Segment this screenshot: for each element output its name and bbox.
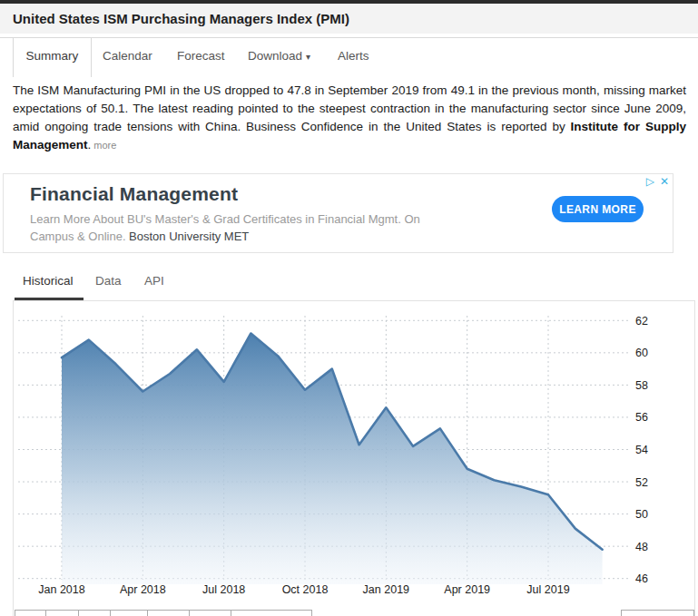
svg-text:Jan 2018: Jan 2018: [38, 583, 84, 596]
range-button-partial[interactable]: [147, 610, 190, 616]
svg-text:56: 56: [635, 411, 648, 424]
range-button-partial[interactable]: [45, 610, 79, 616]
summary-paragraph: The ISM Manufacturing PMI in the US drop…: [13, 82, 686, 154]
svg-text:52: 52: [635, 476, 648, 489]
more-link[interactable]: more: [93, 140, 116, 151]
ad-close-icon[interactable]: ✕: [660, 175, 669, 188]
page-title: United States ISM Purchasing Managers In…: [0, 4, 698, 34]
ad-banner[interactable]: ▷✕ Financial Management Learn More About…: [3, 173, 673, 253]
tab-api[interactable]: API: [144, 274, 164, 288]
page-header: United States ISM Purchasing Managers In…: [0, 4, 698, 34]
chart-tab-bar: Historical Data API: [0, 269, 698, 300]
svg-text:60: 60: [635, 347, 648, 359]
ad-controls: ▷✕: [641, 175, 669, 188]
svg-text:Jul 2018: Jul 2018: [202, 583, 245, 596]
range-button-partial[interactable]: [189, 610, 231, 616]
tab-download[interactable]: Download▾: [248, 38, 310, 77]
chart-card: 464850525456586062Jan 2018Apr 2018Jul 20…: [13, 300, 695, 616]
range-button-partial[interactable]: [15, 610, 46, 616]
learn-more-button[interactable]: LEARN MORE: [552, 196, 644, 222]
svg-text:46: 46: [635, 572, 648, 585]
svg-text:48: 48: [635, 541, 648, 553]
range-button-partial[interactable]: [231, 610, 312, 616]
tab-forecast[interactable]: Forecast: [177, 38, 225, 77]
svg-text:Apr 2019: Apr 2019: [444, 583, 490, 596]
tab-data[interactable]: Data: [95, 274, 122, 288]
tab-alerts[interactable]: Alerts: [338, 38, 369, 77]
svg-text:Apr 2018: Apr 2018: [120, 583, 166, 596]
tab-summary-label: Summary: [26, 49, 79, 63]
ad-description: Learn More About BU's Master's & Grad Ce…: [30, 210, 466, 245]
svg-text:Jan 2019: Jan 2019: [363, 583, 409, 596]
tab-historical[interactable]: Historical: [23, 274, 74, 288]
svg-text:54: 54: [635, 444, 648, 456]
range-button-partial[interactable]: [78, 610, 111, 616]
summary-period: .: [88, 138, 92, 152]
svg-text:Oct 2018: Oct 2018: [282, 583, 329, 596]
svg-text:Jul 2019: Jul 2019: [526, 583, 569, 596]
caret-down-icon: ▾: [306, 52, 310, 62]
svg-text:50: 50: [635, 508, 648, 521]
range-button-partial[interactable]: [110, 610, 148, 616]
ad-advertiser: Boston University MET: [129, 230, 249, 243]
export-button-partial[interactable]: [621, 610, 694, 616]
svg-text:62: 62: [635, 315, 648, 328]
main-tab-bar: Summary Calendar Forecast Download▾ Aler…: [0, 37, 698, 77]
adchoices-icon[interactable]: ▷: [646, 175, 654, 188]
chart-toolbar-partial: [15, 610, 312, 616]
page: United States ISM Purchasing Managers In…: [0, 0, 698, 616]
tab-calendar[interactable]: Calendar: [103, 38, 152, 77]
pmi-area-chart[interactable]: 464850525456586062Jan 2018Apr 2018Jul 20…: [14, 301, 694, 613]
tab-summary[interactable]: Summary: [13, 38, 92, 77]
svg-text:58: 58: [635, 379, 648, 392]
ad-title[interactable]: Financial Management: [30, 183, 238, 205]
